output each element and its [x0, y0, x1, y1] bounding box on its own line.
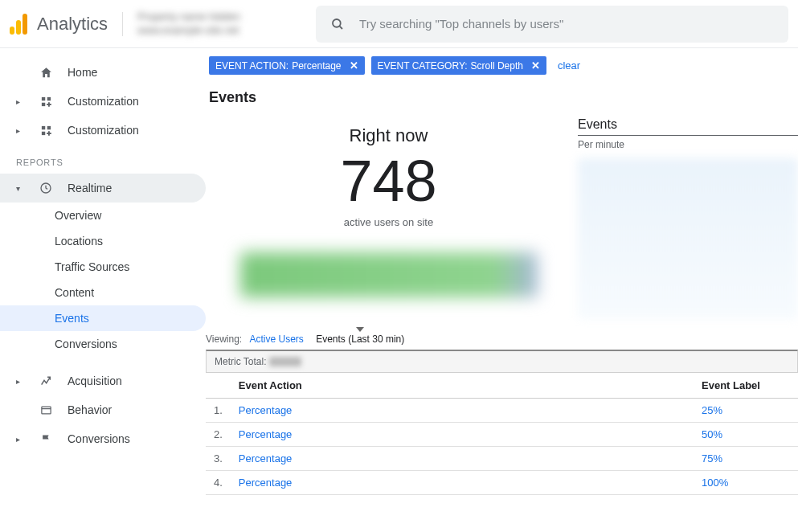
events-minute-chart: [578, 158, 798, 319]
sidebar-item-label: Home: [68, 66, 97, 79]
active-users-count: 748: [225, 149, 552, 213]
metric-total-row: Metric Total:: [206, 350, 798, 373]
sidebar-sub-content[interactable]: Content: [0, 280, 206, 305]
filter-chip-event-action[interactable]: EVENT ACTION: Percentage ✕: [209, 56, 365, 75]
dashboard-icon: [39, 96, 53, 108]
metric-total-value: [269, 357, 301, 366]
row-index: 3.: [206, 447, 231, 471]
table-row: 2.Percentage50%: [206, 423, 798, 447]
svg-rect-6: [47, 125, 50, 129]
event-label-cell[interactable]: 25%: [694, 399, 798, 423]
main-content: EVENT ACTION: Percentage ✕ EVENT CATEGOR…: [206, 48, 798, 532]
chevron-right-icon: ▸: [16, 377, 24, 386]
chevron-right-icon: ▸: [16, 97, 24, 106]
app-name: Analytics: [37, 14, 108, 35]
svg-rect-5: [41, 125, 44, 129]
svg-rect-4: [41, 102, 44, 105]
chevron-right-icon: ▸: [16, 126, 24, 135]
divider: [122, 12, 123, 36]
events-table: Event Action Event Label 1.Percentage25%…: [206, 373, 798, 495]
sidebar-item-label: Conversions: [68, 432, 130, 445]
row-index: 4.: [206, 471, 231, 495]
table-row: 3.Percentage75%: [206, 447, 798, 471]
event-label-cell[interactable]: 50%: [694, 423, 798, 447]
filter-bar: EVENT ACTION: Percentage ✕ EVENT CATEGOR…: [206, 48, 798, 83]
events-side-title: Events: [578, 117, 798, 136]
sidebar-item-customization[interactable]: ▸ Customization: [0, 87, 206, 116]
tab-events-30min[interactable]: Events (Last 30 min): [316, 334, 404, 345]
sidebar-item-label: Realtime: [68, 182, 112, 194]
table-row: 1.Percentage25%: [206, 399, 798, 423]
events-per-minute-card: Events Per minute: [578, 117, 798, 319]
svg-line-1: [339, 26, 342, 29]
clock-icon: [39, 182, 53, 194]
close-icon[interactable]: ✕: [350, 59, 358, 72]
right-now-subtitle: active users on site: [225, 216, 552, 228]
event-action-cell[interactable]: Percentage: [231, 423, 694, 447]
chevron-down-icon: ▾: [16, 184, 24, 193]
flag-icon: [39, 433, 53, 445]
clear-filters-link[interactable]: clear: [558, 59, 580, 72]
sidebar-item-label: Customization: [68, 124, 139, 137]
events-side-sub: Per minute: [578, 136, 798, 150]
search-bar[interactable]: Try searching "Top channels by users": [316, 6, 788, 43]
page-title: Events: [206, 83, 798, 117]
sidebar-item-label: Acquisition: [68, 374, 122, 387]
sidebar-sub-locations[interactable]: Locations: [0, 228, 206, 254]
home-icon: [39, 66, 53, 80]
tab-active-users[interactable]: Active Users: [249, 334, 303, 345]
sidebar-item-conversions[interactable]: ▸ Conversions: [0, 424, 206, 453]
search-placeholder: Try searching "Top channels by users": [359, 17, 563, 31]
sidebar-item-home[interactable]: Home: [0, 58, 206, 87]
event-label-cell[interactable]: 75%: [694, 447, 798, 471]
property-selector[interactable]: Property name hiddenwww.example-site.net: [137, 10, 306, 38]
right-now-card: Right now 748 active users on site: [209, 117, 568, 319]
event-action-cell[interactable]: Percentage: [231, 471, 694, 495]
svg-rect-7: [41, 131, 44, 134]
col-event-action[interactable]: Event Action: [231, 373, 694, 399]
sidebar-sub-overview[interactable]: Overview: [0, 203, 206, 228]
svg-rect-9: [41, 407, 50, 414]
sidebar-item-label: Behavior: [68, 403, 112, 416]
sidebar-item-acquisition[interactable]: ▸ Acquisition: [0, 366, 206, 395]
event-action-cell[interactable]: Percentage: [231, 399, 694, 423]
device-bar-chart: [240, 252, 538, 297]
row-index: 2.: [206, 423, 231, 447]
right-now-title: Right now: [225, 125, 552, 146]
sidebar-item-customization[interactable]: ▸ Customization: [0, 116, 206, 145]
app-logo[interactable]: Analytics: [10, 14, 108, 35]
table-row: 4.Percentage100%: [206, 471, 798, 495]
filter-chip-event-category[interactable]: EVENT CATEGORY: Scroll Depth ✕: [371, 56, 546, 75]
svg-point-0: [333, 19, 341, 27]
acquisition-icon: [39, 374, 53, 387]
sidebar-sub-events[interactable]: Events: [0, 305, 206, 331]
dashboard-icon: [39, 125, 53, 137]
sidebar-sub-traffic-sources[interactable]: Traffic Sources: [0, 254, 206, 280]
sidebar-item-label: Customization: [68, 95, 139, 108]
event-label-cell[interactable]: 100%: [694, 471, 798, 495]
svg-rect-2: [41, 96, 44, 100]
left-sidebar: Home ▸ Customization ▸ Customization REP…: [0, 48, 206, 532]
close-icon[interactable]: ✕: [531, 59, 540, 72]
app-header: Analytics Property name hiddenwww.exampl…: [0, 0, 798, 48]
behavior-icon: [39, 404, 53, 416]
sidebar-section-reports: REPORTS: [0, 145, 206, 174]
chevron-right-icon: ▸: [16, 435, 24, 444]
search-icon: [330, 17, 345, 31]
row-index: 1.: [206, 399, 231, 423]
svg-rect-3: [47, 96, 50, 100]
viewing-tabs: Viewing: Active Users Events (Last 30 mi…: [206, 319, 798, 350]
col-event-label[interactable]: Event Label: [694, 373, 798, 399]
analytics-logo-icon: [10, 14, 31, 35]
event-action-cell[interactable]: Percentage: [231, 447, 694, 471]
sidebar-sub-conversions[interactable]: Conversions: [0, 331, 206, 357]
sidebar-item-behavior[interactable]: Behavior: [0, 395, 206, 424]
sidebar-item-realtime[interactable]: ▾ Realtime: [0, 174, 206, 203]
